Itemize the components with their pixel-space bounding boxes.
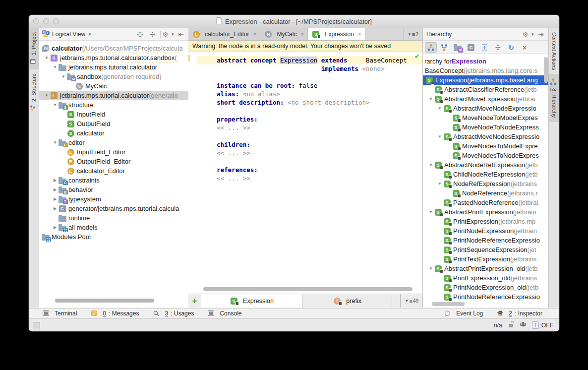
collapse-all-blue-icon[interactable]: [492, 42, 504, 53]
node-tab[interactable]: SExpression: [201, 294, 302, 308]
code-line[interactable]: properties:: [197, 115, 422, 123]
code-line[interactable]: implements <none>: [197, 64, 422, 73]
expand-all-icon[interactable]: [478, 42, 490, 53]
code-line[interactable]: << ... >>: [197, 149, 422, 157]
chevron-down-icon[interactable]: ▼: [437, 182, 443, 186]
project-tree-row[interactable]: runtime: [39, 213, 188, 223]
project-tree-row[interactable]: ▶Ggenerator/jetbrains.mps.tutorial.calcu…: [39, 204, 188, 213]
zoom-window-button[interactable]: [53, 18, 59, 24]
chevron-down-icon[interactable]: ▼: [428, 163, 434, 167]
hierarchy-row[interactable]: ▼SAbstractPrintExpression_old (jetb: [423, 264, 549, 273]
hide-panel-icon[interactable]: ⇥: [536, 30, 545, 39]
project-tree-row[interactable]: ▶Bbehavior: [39, 185, 188, 194]
toolwindow-button[interactable]: 2: Inspector: [496, 309, 542, 317]
chevron-down-icon[interactable]: ▼: [428, 210, 434, 214]
hierarchy-row[interactable]: SMoveNodeToNodeExpress: [423, 123, 549, 132]
editor-tab[interactable]: Ecalculator_Editor×: [188, 28, 260, 40]
generator-icon[interactable]: G: [465, 42, 477, 53]
hierarchy-row[interactable]: SPrintExpression_old (jetbrains: [423, 273, 549, 283]
hector-inspection-icon[interactable]: [520, 321, 526, 329]
chevron-down-icon[interactable]: ▼: [428, 97, 434, 101]
collapse-all-icon[interactable]: [148, 30, 157, 39]
close-icon[interactable]: ×: [519, 42, 530, 53]
project-tree-row[interactable]: calculator (/Users/Oscar/MPSProjects/cal…: [39, 44, 188, 53]
hierarchy-row[interactable]: SPrintTextExpression (jetbrains: [423, 254, 549, 264]
hierarchy-row[interactable]: ▼SAbstractPrintExpression (jetbrain: [423, 207, 549, 217]
hierarchy-row[interactable]: SMoveNodesToNodeExpres: [423, 151, 549, 160]
project-tree-row[interactable]: Modules Pool: [39, 232, 188, 242]
hierarchy-row[interactable]: SPrintExpression (jetbrains.mp: [423, 217, 549, 226]
project-tree-row[interactable]: ▼Eeditor: [39, 138, 188, 147]
project-tree-row[interactable]: SInputField: [39, 110, 188, 119]
project-tree-row[interactable]: ▶Cconstraints: [39, 176, 188, 185]
code-line[interactable]: instance can be root: false: [197, 81, 422, 90]
class-hierarchy-icon[interactable]: [425, 42, 437, 53]
project-tree-row[interactable]: Scalculator: [39, 128, 188, 138]
project-tree-row[interactable]: ▶Ttypesystem: [39, 194, 188, 204]
code-line[interactable]: [197, 73, 422, 81]
close-tab-icon[interactable]: ×: [300, 31, 304, 38]
project-tree-row[interactable]: ▼jetbrains.mps.tutorial.calculator: [39, 62, 188, 72]
hierarchy-row[interactable]: ▼SAbstractNodeRefExpression (jetb: [423, 160, 549, 170]
hierarchy-row[interactable]: SPrintNodeExpression_old (jetb: [423, 283, 549, 292]
toolwindow-button[interactable]: Terminal: [42, 309, 77, 317]
margin-toggle[interactable]: [33, 322, 40, 329]
minimize-window-button[interactable]: [43, 18, 49, 24]
chevron-down-icon[interactable]: ▼: [44, 93, 50, 98]
chevron-down-icon[interactable]: ▼: [44, 56, 50, 60]
hierarchy-row[interactable]: ▼SAbstractMoveNodesExpressio: [423, 132, 549, 141]
code-line[interactable]: [197, 107, 422, 115]
hierarchy-row[interactable]: SPrintSequenceExpression (jet: [423, 245, 549, 254]
hierarchy-row[interactable]: ▼SNodeRefExpression (jetbrains: [423, 179, 549, 188]
chevron-right-icon[interactable]: ▶: [52, 225, 58, 230]
model-hierarchy-icon[interactable]: M: [452, 42, 464, 53]
toolwindow-tab[interactable]: 8: Hierarchy: [549, 74, 559, 122]
toolwindow-button[interactable]: Console: [207, 309, 241, 317]
code-editor[interactable]: abstract concept Expression extends Base…: [197, 52, 422, 294]
hierarchy-row[interactable]: SMoveNodeToModelExpres: [423, 113, 549, 123]
project-tree-row[interactable]: EOutputField_Editor: [39, 157, 188, 166]
close-tab-icon[interactable]: ×: [253, 31, 256, 38]
hierarchy-row[interactable]: SAbstractClassifierReference (jetb: [423, 85, 549, 94]
code-line[interactable]: children:: [197, 140, 422, 149]
horizontal-scrollbar[interactable]: [55, 299, 154, 303]
code-line[interactable]: << ... >>: [197, 123, 422, 132]
refresh-icon[interactable]: ↻: [505, 42, 517, 53]
hierarchy-row[interactable]: SExpression (jetbrains.mps.baseLang: [423, 75, 549, 85]
code-line[interactable]: << ... >>: [197, 174, 422, 183]
chevron-right-icon[interactable]: ▶: [52, 206, 58, 211]
chevron-right-icon[interactable]: ▶: [52, 178, 58, 183]
editor-tab[interactable]: SExpression×: [308, 28, 365, 40]
project-tree-row[interactable]: ▶all models: [39, 223, 188, 232]
project-tree-row[interactable]: ▼Ljetbrains.mps.tutorial.calculator (gen…: [39, 91, 188, 100]
code-line[interactable]: [197, 132, 422, 140]
editor-horizontal-scrollbar[interactable]: [203, 287, 412, 291]
code-line[interactable]: references:: [197, 166, 422, 174]
toolwindow-button[interactable]: Event Log: [443, 309, 483, 317]
node-tab[interactable]: Tprefix: [302, 294, 392, 308]
hierarchy-row[interactable]: SMoveNodesToModelExpre: [423, 141, 549, 151]
toolwindow-tab[interactable]: Context Actions: [549, 28, 559, 74]
code-line[interactable]: alias: <no alias>: [197, 90, 422, 98]
chevron-right-icon[interactable]: ▶: [52, 187, 58, 192]
hierarchy-row[interactable]: SPastedNodeReference (jetbrai: [423, 198, 549, 207]
horizontal-scrollbar[interactable]: [432, 302, 465, 306]
project-tree-row[interactable]: Ecalculator_Editor: [39, 166, 188, 176]
tab-list-dropdown[interactable]: ▼≡49: [401, 294, 422, 308]
reflective-editor-toggle[interactable]: T :OFF: [532, 321, 553, 329]
project-tree-row[interactable]: EInputField_Editor: [39, 147, 188, 157]
code-line[interactable]: short description: <no short description…: [197, 98, 422, 107]
hide-panel-icon[interactable]: ⇤: [176, 30, 185, 39]
toolwindow-tab[interactable]: 2: Structure: [29, 69, 39, 116]
hierarchy-row[interactable]: SPrintNodeExpression (jetbrain: [423, 226, 549, 236]
hierarchy-row[interactable]: ▼SAbstractMoveExpression (jetbrai: [423, 94, 549, 104]
settings-icon[interactable]: ⚙▼: [164, 30, 173, 39]
chevron-down-icon[interactable]: ▼: [52, 103, 58, 107]
chevron-down-icon[interactable]: ▼: [437, 106, 443, 111]
project-tree-row[interactable]: SOutputField: [39, 119, 188, 128]
project-tree-row[interactable]: ▼Sjetbrains.mps.tutorial.calculator.sand…: [39, 53, 188, 62]
chevron-down-icon[interactable]: ▼: [52, 65, 58, 69]
toolwindow-tab[interactable]: 1: Project: [29, 28, 39, 69]
project-tree-row[interactable]: ▼Sstructure: [39, 100, 188, 110]
toolwindow-button[interactable]: 3: Usages: [152, 309, 194, 317]
